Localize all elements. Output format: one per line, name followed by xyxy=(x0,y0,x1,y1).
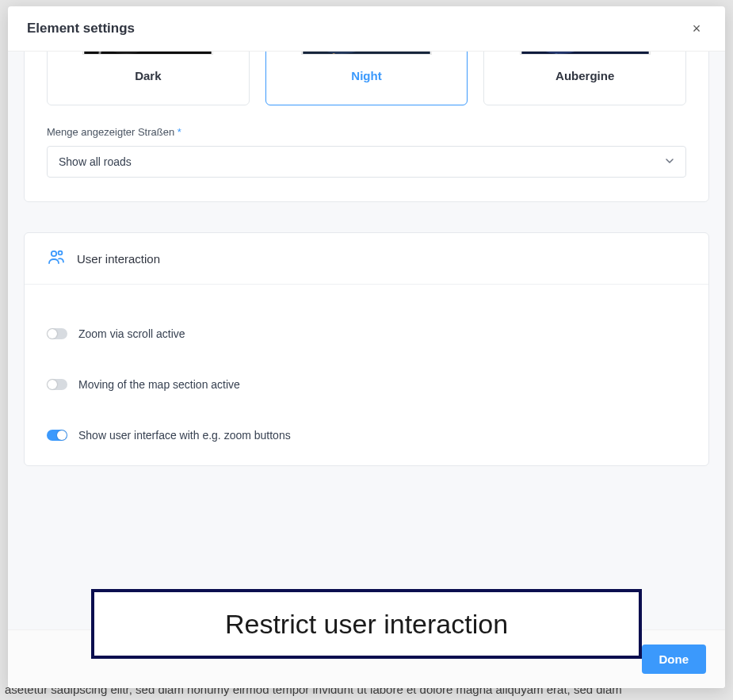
users-icon xyxy=(47,247,66,270)
toggle-row-show-ui: Show user interface with e.g. zoom butto… xyxy=(47,429,686,442)
theme-thumb-night xyxy=(301,52,432,55)
interaction-header: User interaction xyxy=(25,233,708,285)
theme-tile-dark[interactable]: Dark xyxy=(47,52,250,105)
toggle-pan[interactable] xyxy=(47,379,67,390)
close-button[interactable]: × xyxy=(687,19,706,38)
modal-title: Element settings xyxy=(27,21,135,36)
roads-label-text: Menge angezeigter Straßen xyxy=(47,126,174,138)
done-button[interactable]: Done xyxy=(642,645,707,674)
close-icon: × xyxy=(693,21,701,37)
chevron-down-icon xyxy=(665,155,674,168)
svg-rect-7 xyxy=(521,52,648,54)
map-thumb-night-icon xyxy=(302,52,431,54)
svg-rect-0 xyxy=(85,52,212,54)
roads-group: Menge angezeigter Straßen * Show all roa… xyxy=(47,126,686,178)
modal-header: Element settings × xyxy=(8,6,725,52)
toggle-label: Zoom via scroll active xyxy=(78,327,185,340)
svg-point-11 xyxy=(52,251,56,256)
roads-select[interactable]: Show all roads xyxy=(47,146,686,178)
map-thumb-dark-icon xyxy=(83,52,212,54)
required-star: * xyxy=(178,126,181,138)
theme-label: Aubergine xyxy=(484,69,685,82)
toggle-row-pan: Moving of the map section active xyxy=(47,378,686,391)
toggle-label: Show user interface with e.g. zoom butto… xyxy=(78,429,291,442)
svg-point-12 xyxy=(59,251,63,255)
map-thumb-aubergine-icon xyxy=(521,52,650,54)
roads-label: Menge angezeigter Straßen * xyxy=(47,126,686,138)
interaction-card: User interaction Zoom via scroll active … xyxy=(24,232,709,466)
toggle-show-ui[interactable] xyxy=(47,430,67,441)
toggle-label: Moving of the map section active xyxy=(78,378,240,391)
roads-select-value: Show all roads xyxy=(59,155,132,168)
theme-label: Night xyxy=(266,69,468,82)
toggle-zoom-scroll[interactable] xyxy=(47,328,67,339)
theme-tile-night[interactable]: Night xyxy=(265,52,468,105)
interaction-title: User interaction xyxy=(77,252,160,266)
themes-row: Dark xyxy=(47,52,686,105)
banner-text: Restrict user interaction xyxy=(225,609,508,640)
svg-rect-3 xyxy=(303,52,429,54)
theme-label: Dark xyxy=(48,69,249,82)
toggle-row-zoom-scroll: Zoom via scroll active xyxy=(47,327,686,340)
restrict-interaction-banner: Restrict user interaction xyxy=(91,589,642,659)
theme-thumb-aubergine xyxy=(520,52,651,55)
element-settings-modal: Element settings × xyxy=(8,6,725,688)
theme-tile-aubergine[interactable]: Aubergine xyxy=(483,52,686,105)
theme-thumb-dark xyxy=(82,52,213,55)
modal-body[interactable]: Dark xyxy=(8,52,725,629)
theme-card: Dark xyxy=(24,52,709,202)
